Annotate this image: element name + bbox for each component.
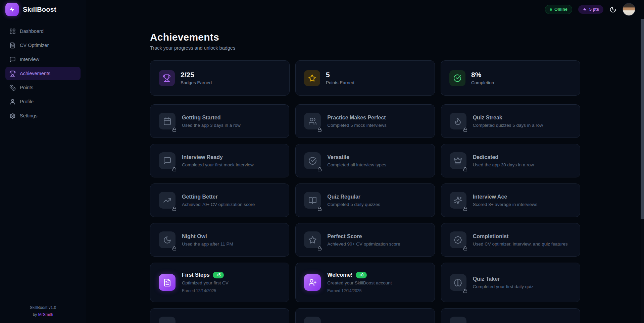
sidebar-item-dashboard[interactable]: Dashboard: [5, 24, 81, 38]
badge-icon: [159, 317, 176, 323]
lock-icon: [463, 207, 467, 211]
stat-label: Badges Earned: [181, 80, 212, 85]
badge-card-dedicated: Dedicated Used the app 30 days in a row: [441, 144, 580, 177]
stat-label: Points Earned: [326, 80, 354, 85]
user-avatar[interactable]: [623, 3, 635, 16]
star-icon: [304, 231, 321, 248]
app-logo-lightning-icon: [5, 3, 19, 16]
sidebar-item-points[interactable]: Points: [5, 81, 81, 94]
badge-card-quiz-streak: Quiz Streak Completed quizzes 5 days in …: [441, 104, 580, 138]
trophy-icon: [9, 70, 16, 77]
stat-value: 5: [326, 71, 354, 79]
badge-title: Night Owl: [182, 233, 207, 239]
badge-description: Completed all interview types: [327, 162, 386, 167]
page-title: Achievements: [150, 32, 580, 43]
stat-label: Completion: [471, 80, 494, 85]
badge-description: Achieved 90+ CV optimization score: [327, 241, 400, 247]
badge-card-night-owl: Night Owl Used the app after 11 PM: [150, 223, 289, 257]
badge-description: Used the app 3 days in a row: [182, 123, 241, 128]
points-earned-badge: +5: [213, 272, 224, 278]
badge-description: Completed 5 mock interviews: [327, 123, 386, 128]
badges-grid: Getting Started Used the app 3 days in a…: [150, 104, 580, 323]
app-byline: by MrSmith: [0, 311, 86, 318]
lock-icon: [172, 246, 177, 251]
badge-card-getting-better: Getting Better Achieved 70+ CV optimizat…: [150, 183, 289, 217]
badge-description: Completed your first mock interview: [182, 162, 254, 167]
moon-icon: [159, 231, 176, 248]
author-link[interactable]: MrSmith: [38, 312, 53, 317]
badge-earned-date: Earned 12/14/2025: [327, 288, 392, 293]
badge-card-partial: [295, 308, 435, 323]
badge-check-icon: [450, 231, 466, 248]
brain-icon: [450, 274, 466, 291]
badge-card-getting-started: Getting Started Used the app 3 days in a…: [150, 104, 289, 138]
sidebar-item-cv-optimizer[interactable]: CV Optimizer: [5, 39, 81, 52]
users-icon: [304, 113, 321, 129]
badge-title: Quiz Taker: [473, 276, 500, 282]
sidebar-header: SkillBoost: [0, 0, 86, 19]
sidebar-item-interview[interactable]: Interview: [5, 53, 81, 66]
sidebar-item-label: Points: [20, 85, 33, 90]
badge-description: Completed quizzes 5 days in a row: [473, 123, 543, 128]
badge-title: Quiz Streak: [473, 115, 502, 121]
points-earned-badge: +0: [356, 272, 367, 278]
app-version: SkillBoost v1.0: [0, 304, 86, 311]
badge-description: Used CV optimizer, interview, and quiz f…: [473, 241, 568, 247]
sidebar-item-profile[interactable]: Profile: [5, 95, 81, 108]
badge-card-interview-ace: Interview Ace Scored 8+ average in inter…: [441, 183, 580, 217]
online-dot-icon: [550, 8, 552, 11]
coins-icon: [9, 85, 16, 91]
lightning-icon: [583, 7, 587, 12]
lock-icon: [463, 127, 467, 132]
flame-icon: [450, 113, 466, 129]
sparkles-icon: [450, 192, 466, 209]
badge-title: Practice Makes Perfect: [327, 115, 386, 121]
scrollbar-thumb[interactable]: [641, 19, 644, 219]
page-content: Achievements Track your progress and unl…: [86, 19, 644, 323]
badge-title: Interview Ready: [182, 154, 223, 160]
sidebar-item-label: Achievements: [20, 71, 50, 76]
file-text-icon: [9, 42, 16, 49]
badge-description: Created your SkillBoost account: [327, 280, 392, 285]
main-area: Online 5 pts Achievements Track your pro…: [86, 0, 644, 323]
badge-card-partial: [441, 308, 580, 323]
lock-icon: [172, 207, 177, 211]
badge-title: Versatile: [327, 154, 349, 160]
badge-icon: [304, 317, 321, 323]
badge-card-partial: [150, 308, 289, 323]
layout-grid-icon: [9, 28, 16, 35]
badge-title: Interview Ace: [473, 194, 507, 200]
sidebar-item-label: Interview: [20, 57, 39, 62]
badge-description: Completed 5 daily quizzes: [327, 202, 380, 207]
stat-value: 8%: [471, 71, 494, 79]
lock-icon: [172, 127, 177, 132]
badge-description: Scored 8+ average in interviews: [473, 202, 537, 207]
badge-card-quiz-taker: Quiz Taker Completed your first daily qu…: [441, 263, 580, 302]
badge-description: Used the app 30 days in a row: [473, 162, 534, 167]
badge-title: Quiz Regular: [327, 194, 360, 200]
points-badge: 5 pts: [578, 5, 603, 14]
circle-check-icon: [304, 152, 321, 169]
sidebar-footer: SkillBoost v1.0 by MrSmith: [0, 304, 86, 318]
badge-title: Completionist: [473, 233, 509, 239]
settings-icon: [9, 113, 16, 119]
message-square-icon: [9, 56, 16, 63]
sidebar-item-achievements[interactable]: Achievements: [5, 67, 81, 80]
badge-title: Welcome!: [327, 272, 352, 278]
badge-icon: [450, 317, 466, 323]
badge-card-first-steps: First Steps +5 Optimized your first CV E…: [150, 263, 289, 302]
crown-icon: [450, 152, 466, 169]
badge-description: Used the app after 11 PM: [182, 241, 233, 247]
message-square-icon: [159, 152, 176, 169]
star-icon: [304, 70, 320, 86]
lock-icon: [317, 127, 322, 132]
lock-icon: [317, 167, 322, 171]
badge-card-completionist: Completionist Used CV optimizer, intervi…: [441, 223, 580, 257]
badge-title: Getting Better: [182, 194, 218, 200]
badge-card-perfect-score: Perfect Score Achieved 90+ CV optimizati…: [295, 223, 435, 257]
book-open-icon: [304, 192, 321, 209]
sidebar-item-settings[interactable]: Settings: [5, 109, 81, 122]
online-status-badge: Online: [545, 5, 572, 14]
calendar-icon: [159, 113, 176, 129]
theme-toggle-moon-icon[interactable]: [609, 6, 616, 13]
